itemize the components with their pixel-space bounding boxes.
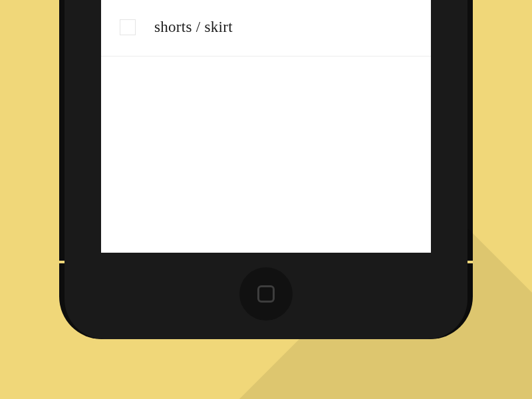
screen: dress jacket pants shorts / skirt — [101, 0, 431, 253]
home-button[interactable] — [239, 267, 293, 321]
list-item[interactable]: shorts / skirt — [101, 0, 431, 57]
checkbox[interactable] — [120, 19, 136, 35]
home-button-icon — [257, 285, 275, 303]
item-label: shorts / skirt — [154, 19, 233, 36]
phone-device: dress jacket pants shorts / skirt — [65, 0, 467, 339]
phone-body: dress jacket pants shorts / skirt — [65, 0, 467, 339]
